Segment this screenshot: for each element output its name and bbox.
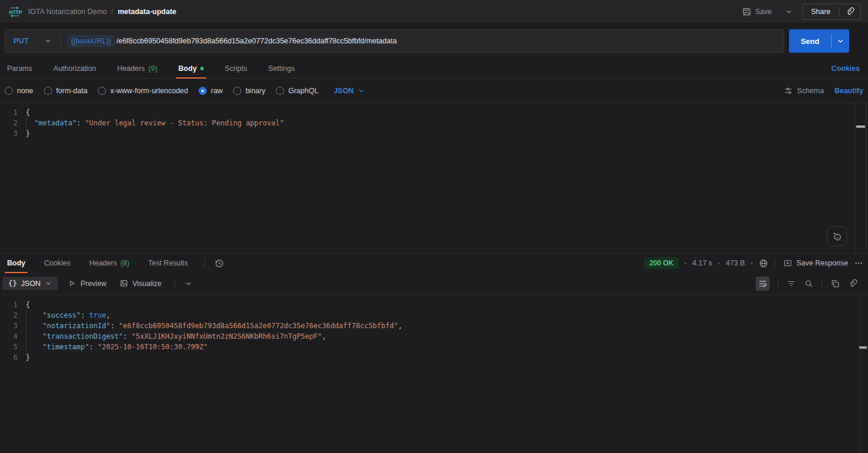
code-line: 1{ (0, 299, 868, 310)
radio-x-www-form-urlencoded (98, 87, 106, 95)
response-history-icon[interactable] (214, 258, 224, 268)
tab-params[interactable]: Params (5, 59, 35, 78)
code-line: 2"success": true, (0, 310, 868, 321)
share-button[interactable]: Share (803, 8, 839, 16)
method-chevron-icon (44, 37, 52, 45)
braces-icon: {} (8, 279, 17, 288)
language-select[interactable]: JSON (334, 87, 365, 95)
url-path: /e6f8ccb6950458fd9eb793d8a566d15a2e0772d… (117, 37, 397, 45)
response-body-editor[interactable]: 1{2"success": true,3"notarizationId": "e… (0, 295, 868, 453)
tab-scripts[interactable]: Scripts (223, 59, 250, 78)
code-line: 1{ (0, 107, 868, 118)
url-box: PUT {{baseURL}} /e6f8ccb6950458fd9eb793d… (5, 29, 784, 53)
svg-text:HTTP: HTTP (9, 9, 23, 15)
radio-binary (233, 87, 241, 95)
mode-graphql[interactable]: GraphQL (276, 87, 318, 95)
mode-binary[interactable]: binary (233, 87, 265, 95)
url-variable-chip[interactable]: {{baseURL}} (68, 36, 114, 46)
response-tab-test-results[interactable]: Test Results (146, 254, 190, 273)
save-response-button[interactable]: Save Response (783, 258, 848, 268)
code-line: 6} (0, 352, 868, 363)
response-scroll-thumb[interactable] (859, 346, 867, 349)
more-options-icon[interactable] (854, 258, 863, 268)
beautify-button[interactable]: Beautify (835, 87, 863, 95)
response-tab-headers[interactable]: Headers(8) (87, 254, 132, 273)
meta-dot (685, 263, 686, 264)
code-line: 4"transactionDigest": "5xXLJ1KHJxyiNNfxU… (0, 331, 868, 342)
wrap-text-button[interactable] (756, 277, 770, 291)
preview-button[interactable]: Preview (67, 279, 106, 288)
response-editor-scrollbar[interactable] (859, 296, 860, 453)
link-icon[interactable] (848, 279, 857, 288)
floppy-save-icon (742, 7, 751, 16)
body-content-dot (200, 67, 204, 70)
status-badge[interactable]: 200 OK (644, 257, 679, 269)
format-divider (175, 279, 175, 288)
meta-dot (751, 263, 753, 264)
request-body-editor[interactable]: 1{2"metadata": "Under legal review - Sta… (0, 103, 868, 253)
send-options-chevron[interactable] (832, 29, 849, 53)
response-time[interactable]: 4.17 s (692, 259, 712, 267)
response-tab-body[interactable]: Body (5, 254, 28, 273)
headers-count: (9) (148, 64, 157, 73)
mode-raw[interactable]: raw (199, 87, 223, 95)
url-input[interactable]: {{baseURL}} /e6f8ccb6950458fd9eb793d8a56… (61, 36, 404, 46)
visualize-button[interactable]: Visualize (119, 279, 162, 288)
send-button-group: Send (789, 29, 849, 53)
request-bar: PUT {{baseURL}} /e6f8ccb6950458fd9eb793d… (0, 23, 868, 59)
search-icon[interactable] (804, 279, 814, 288)
tab-authorization[interactable]: Authorization (51, 59, 98, 78)
send-button[interactable]: Send (789, 29, 831, 53)
tab-headers[interactable]: Headers(9) (115, 59, 160, 78)
request-editor-scrollbar[interactable] (855, 103, 866, 253)
format-options-chevron[interactable] (184, 280, 193, 288)
mode-x-www-form-urlencoded[interactable]: x-www-form-urlencoded (98, 87, 188, 95)
body-mode-row: none form-data x-www-form-urlencoded raw… (0, 79, 868, 103)
request-tabs: Params Authorization Headers(9) Body Scr… (0, 59, 868, 79)
schema-button[interactable]: Schema (784, 86, 824, 96)
copy-icon[interactable] (831, 279, 840, 288)
response-headers-count: (8) (121, 259, 129, 267)
request-scroll-thumb[interactable] (856, 125, 865, 128)
save-button[interactable]: Save (739, 5, 775, 19)
mode-none[interactable]: none (5, 87, 33, 95)
toolbar-divider (778, 279, 778, 288)
copy-link-button[interactable] (839, 7, 860, 16)
breadcrumb-separator: / (111, 8, 113, 16)
response-body-code: 1{2"success": true,3"notarizationId": "e… (0, 299, 868, 363)
response-tabs: Body Cookies Headers(8) Test Results 200… (0, 254, 868, 273)
postbot-button[interactable] (827, 226, 847, 246)
request-name[interactable]: metadata-update (118, 8, 176, 16)
code-line: 2"metadata": "Under legal review - Statu… (0, 118, 868, 128)
response-size[interactable]: 473 B (726, 259, 745, 267)
toolbar-divider (822, 279, 822, 288)
network-globe-icon[interactable] (758, 258, 768, 268)
code-line: 5"timestamp": "2025-10-16T10:50:30.799Z" (0, 342, 868, 352)
meta-divider (774, 258, 775, 268)
response-format-row: {} JSON Preview (0, 273, 868, 295)
app-header: HTTP IOTA Notarization Demo / metadata-u… (0, 0, 868, 23)
save-response-icon (783, 258, 792, 268)
mode-form-data[interactable]: form-data (44, 87, 88, 95)
radio-graphql (276, 87, 284, 95)
breadcrumb-text: IOTA Notarization Demo / metadata-update (28, 8, 176, 16)
request-body-code: 1{2"metadata": "Under legal review - Sta… (0, 107, 868, 139)
tab-settings[interactable]: Settings (266, 59, 297, 78)
collection-name[interactable]: IOTA Notarization Demo (28, 8, 107, 16)
response-format-select[interactable]: {} JSON (2, 277, 58, 290)
response-pane: Body Cookies Headers(8) Test Results 200… (0, 253, 868, 453)
code-line: 3} (0, 128, 868, 139)
save-options-chevron[interactable] (781, 5, 797, 18)
cookies-link[interactable]: Cookies (831, 64, 863, 73)
save-label: Save (755, 8, 772, 16)
filter-icon[interactable] (787, 279, 796, 288)
response-tab-cookies[interactable]: Cookies (42, 254, 73, 273)
meta-dot (718, 263, 720, 264)
radio-raw (199, 87, 207, 95)
radio-form-data (44, 87, 52, 95)
sliders-icon (784, 86, 793, 96)
tab-body[interactable]: Body (176, 59, 206, 78)
method-label: PUT (13, 37, 29, 45)
tabs-divider (204, 258, 205, 268)
method-select[interactable]: PUT (5, 30, 60, 52)
